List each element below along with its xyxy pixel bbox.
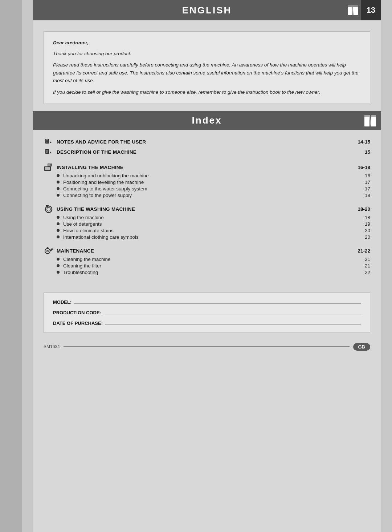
intro-line2: Please read these instructions carefully…: [53, 61, 361, 85]
bullet-detergents: [57, 222, 60, 225]
sub-water-pages: 17: [348, 186, 370, 192]
sub-using-machine: Using the machine 18: [44, 215, 370, 220]
svg-rect-16: [46, 150, 48, 150]
sub-positioning-pages: 17: [348, 180, 370, 185]
sub-cleaning-machine-pages: 21: [348, 257, 370, 262]
info-box: MODEL: PRODUCTION CODE: DATE OF PURCHASE…: [44, 293, 370, 333]
description-pages: 15: [348, 149, 370, 155]
bullet-using-machine: [57, 216, 60, 219]
sub-clothing-pages: 20: [348, 234, 370, 240]
sub-cleaning-machine: Cleaning the machine 21: [44, 257, 370, 262]
bullet-water: [57, 187, 60, 190]
sub-cleaning-machine-label: Cleaning the machine: [63, 257, 348, 262]
section-maintenance-group: MAINTENANCE 21-22 Cleaning the machine 2…: [44, 246, 370, 275]
sub-power-pages: 18: [348, 193, 370, 198]
svg-rect-7: [364, 115, 369, 117]
page-number-badge: 13: [361, 0, 381, 20]
svg-rect-3: [353, 5, 358, 7]
index-title: Index: [40, 115, 374, 126]
section-installing-row: INSTALLING THE MACHINE 16-18: [44, 163, 370, 172]
bullet-clothing: [57, 235, 60, 238]
sub-cleaning-filter-label: Cleaning the filter: [63, 263, 348, 269]
maintenance-icon: [44, 247, 54, 255]
svg-point-24: [45, 206, 52, 213]
sub-water: Connecting to the water supply system 17: [44, 186, 370, 192]
using-label: USING THE WASHING MACHINE: [57, 206, 348, 212]
bullet-cleaning-machine: [57, 258, 60, 261]
sub-unpacking: Unpacking and unblocking the machine 16: [44, 173, 370, 178]
sub-troubleshooting-label: Troubleshooting: [63, 270, 348, 275]
svg-rect-27: [46, 205, 49, 206]
bullet-troubleshooting: [57, 271, 60, 274]
production-label: PRODUCTION CODE:: [53, 310, 101, 315]
production-dots: [103, 314, 361, 314]
sub-cleaning-filter-pages: 21: [348, 263, 370, 269]
footer-line: [64, 346, 350, 347]
sub-using-machine-pages: 18: [348, 215, 370, 220]
section-installing-group: INSTALLING THE MACHINE 16-18 Unpacking a…: [44, 163, 370, 198]
svg-rect-12: [46, 141, 48, 141]
svg-marker-32: [46, 247, 49, 249]
date-dots: [105, 325, 361, 325]
section-description-row: DESCRIPTION OF THE MACHINE 15: [44, 148, 370, 156]
sub-unpacking-pages: 16: [348, 173, 370, 178]
maintenance-pages: 21-22: [348, 248, 370, 254]
section-using-group: USING THE WASHING MACHINE 18-20 Using th…: [44, 205, 370, 240]
maintenance-label: MAINTENANCE: [57, 248, 348, 254]
model-line: MODEL:: [53, 299, 361, 305]
footer-gb-badge: GB: [353, 343, 371, 351]
svg-marker-14: [50, 141, 52, 143]
model-label: MODEL:: [53, 299, 72, 305]
main-content: ENGLISH 13 Dear customer, Thank you for …: [33, 0, 381, 532]
intro-line3: If you decide to sell or give the washin…: [53, 88, 361, 96]
svg-rect-21: [45, 167, 50, 170]
sub-positioning: Positioning and levelling the machine 17: [44, 180, 370, 185]
svg-rect-18: [46, 152, 48, 153]
installing-pages: 16-18: [348, 165, 370, 170]
sub-clothing-label: International clothing care symbols: [63, 234, 348, 240]
sub-cleaning-filter: Cleaning the filter 21: [44, 263, 370, 269]
page-container: ENGLISH 13 Dear customer, Thank you for …: [0, 0, 392, 532]
sub-stains-label: How to eliminate stains: [63, 228, 348, 233]
svg-line-4: [352, 5, 353, 15]
date-label: DATE OF PURCHASE:: [53, 321, 103, 326]
footer: SM1634 GB: [33, 340, 381, 354]
description-label: DESCRIPTION OF THE MACHINE: [57, 149, 348, 155]
notes-icon: [44, 138, 54, 146]
left-strip: [0, 0, 22, 532]
using-icon: [44, 205, 54, 213]
model-dots: [74, 303, 361, 304]
english-header: ENGLISH 13: [33, 0, 381, 20]
using-pages: 18-20: [348, 206, 370, 212]
intro-box: Dear customer, Thank you for choosing ou…: [44, 31, 370, 104]
sub-clothing: International clothing care symbols 20: [44, 234, 370, 240]
sub-stains: How to eliminate stains 20: [44, 228, 370, 233]
sub-detergents: Use of detergents 19: [44, 221, 370, 227]
svg-rect-13: [46, 142, 48, 142]
sub-water-label: Connecting to the water supply system: [63, 186, 348, 192]
sub-unpacking-label: Unpacking and unblocking the machine: [63, 173, 348, 178]
sub-detergents-label: Use of detergents: [63, 221, 348, 227]
bullet-stains: [57, 229, 60, 232]
sub-using-machine-label: Using the machine: [63, 215, 348, 220]
bullet-unpacking: [57, 174, 60, 177]
section-notes-group: NOTES AND ADVICE FOR THE USER 14-15 DES: [44, 137, 370, 156]
installing-label: INSTALLING THE MACHINE: [57, 165, 348, 170]
index-book-icon: [363, 113, 377, 128]
svg-rect-11: [46, 140, 48, 140]
date-line: DATE OF PURCHASE:: [53, 321, 361, 326]
dear-customer: Dear customer,: [53, 39, 361, 47]
intro-line1: Thank you for choosing our product.: [53, 50, 361, 58]
bullet-positioning: [57, 181, 60, 184]
description-icon: [44, 148, 54, 156]
section-maintenance-row: MAINTENANCE 21-22: [44, 246, 370, 255]
svg-rect-17: [46, 151, 48, 152]
bullet-cleaning-filter: [57, 264, 60, 267]
sub-positioning-label: Positioning and levelling the machine: [63, 180, 348, 185]
footer-model-code: SM1634: [44, 344, 60, 349]
index-header: Index: [33, 111, 381, 130]
svg-point-31: [47, 250, 48, 251]
svg-point-25: [47, 207, 50, 211]
sub-detergents-pages: 19: [348, 221, 370, 227]
sub-power-label: Connecting to the power supply: [63, 193, 348, 198]
